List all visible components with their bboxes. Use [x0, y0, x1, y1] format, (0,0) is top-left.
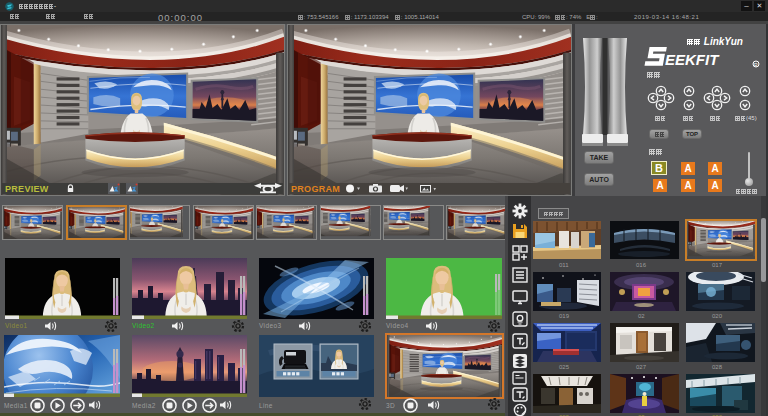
svg-text:EEKFIT: EEKFIT	[665, 51, 720, 68]
svg-text:R: R	[754, 62, 758, 68]
